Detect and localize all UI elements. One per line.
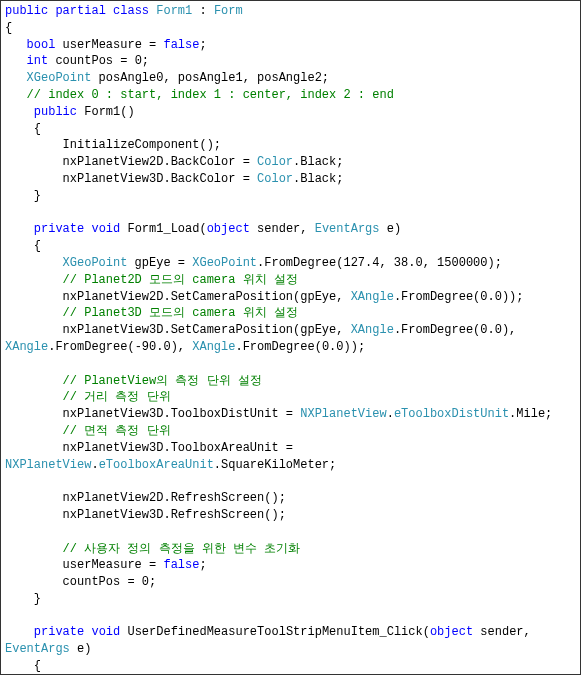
code-line: }: [5, 188, 576, 205]
code-token: .FromDegree(-90.0),: [48, 340, 192, 354]
code-line: bool userMeasure = false;: [5, 37, 576, 54]
code-token: .Mile;: [509, 407, 552, 421]
code-line: XGeoPoint gpEye = XGeoPoint.FromDegree(1…: [5, 255, 576, 272]
code-token: nxPlanetView3D.BackColor =: [5, 172, 257, 186]
code-token: InitializeComponent();: [5, 138, 221, 152]
code-token: object: [207, 222, 250, 236]
code-token: .: [91, 458, 98, 472]
code-line: private void Form1_Load(object sender, E…: [5, 221, 576, 238]
code-token: userMeasure =: [55, 38, 163, 52]
code-line: countPos = 0;: [5, 574, 576, 591]
code-token: :: [192, 4, 214, 18]
code-token: posAngle0, posAngle1, posAngle2;: [91, 71, 329, 85]
code-token: // index 0 : start, index 1 : center, in…: [27, 88, 394, 102]
code-line: nxPlanetView2D.BackColor = Color.Black;: [5, 154, 576, 171]
code-token: .Black;: [293, 155, 343, 169]
code-token: [5, 273, 63, 287]
code-token: private: [34, 625, 84, 639]
code-token: .FromDegree(0.0),: [394, 323, 524, 337]
code-token: {: [5, 659, 41, 673]
code-token: Color: [257, 172, 293, 186]
code-token: {: [5, 122, 41, 136]
code-token: }: [5, 592, 41, 606]
code-token: [5, 222, 34, 236]
code-token: [5, 542, 63, 556]
code-token: e): [380, 222, 402, 236]
code-token: ;: [199, 38, 206, 52]
code-token: int: [27, 54, 49, 68]
code-token: XAngle: [5, 340, 48, 354]
code-line: nxPlanetView2D.SetCameraPosition(gpEye, …: [5, 289, 576, 306]
code-line: {: [5, 121, 576, 138]
code-token: EventArgs: [5, 642, 70, 656]
code-token: countPos = 0;: [48, 54, 149, 68]
code-token: XAngle: [192, 340, 235, 354]
code-token: nxPlanetView3D.ToolboxDistUnit =: [5, 407, 300, 421]
code-line: [5, 205, 576, 222]
code-token: gpEye =: [127, 256, 192, 270]
code-line: nxPlanetView3D.ToolboxAreaUnit = NXPlane…: [5, 440, 576, 474]
code-token: public: [5, 4, 48, 18]
code-token: // 면적 측정 단위: [63, 424, 171, 438]
code-token: XAngle: [351, 323, 394, 337]
code-token: [5, 256, 63, 270]
code-line: [5, 356, 576, 373]
code-token: e): [70, 642, 92, 656]
code-token: false: [163, 38, 199, 52]
code-token: }: [5, 189, 41, 203]
code-token: false: [163, 558, 199, 572]
code-line: {: [5, 658, 576, 675]
code-token: NXPlanetView: [5, 458, 91, 472]
code-token: countPos = 0;: [5, 575, 156, 589]
code-token: .FromDegree(127.4, 38.0, 1500000);: [257, 256, 502, 270]
code-token: [106, 4, 113, 18]
code-line: {: [5, 20, 576, 37]
code-line: nxPlanetView3D.BackColor = Color.Black;: [5, 171, 576, 188]
code-token: [5, 374, 63, 388]
code-token: sender,: [250, 222, 315, 236]
code-token: [5, 54, 27, 68]
code-line: }: [5, 591, 576, 608]
code-token: .FromDegree(0.0));: [394, 290, 524, 304]
code-token: eToolboxAreaUnit: [99, 458, 214, 472]
code-token: // Planet3D 모드의 camera 위치 설정: [63, 306, 298, 320]
code-line: int countPos = 0;: [5, 53, 576, 70]
code-line: public partial class Form1 : Form: [5, 3, 576, 20]
code-token: // 거리 측정 단위: [63, 390, 171, 404]
code-token: [5, 306, 63, 320]
code-token: NXPlanetView: [300, 407, 386, 421]
code-line: [5, 524, 576, 541]
code-token: userMeasure =: [5, 558, 163, 572]
code-token: .Black;: [293, 172, 343, 186]
code-token: .FromDegree(0.0));: [235, 340, 365, 354]
code-token: Form: [214, 4, 243, 18]
code-token: public: [34, 105, 77, 119]
code-token: Color: [257, 155, 293, 169]
code-token: nxPlanetView2D.SetCameraPosition(gpEye,: [5, 290, 351, 304]
code-token: nxPlanetView2D.BackColor =: [5, 155, 257, 169]
code-token: UserDefinedMeasureToolStripMenuItem_Clic…: [120, 625, 430, 639]
code-line: // index 0 : start, index 1 : center, in…: [5, 87, 576, 104]
code-token: EventArgs: [315, 222, 380, 236]
code-token: nxPlanetView3D.RefreshScreen();: [5, 508, 286, 522]
code-token: nxPlanetView2D.RefreshScreen();: [5, 491, 286, 505]
code-token: {: [5, 239, 41, 253]
code-block: public partial class Form1 : Form{ bool …: [0, 0, 581, 675]
code-line: // 사용자 정의 측정을 위한 변수 초기화: [5, 541, 576, 558]
code-token: // 사용자 정의 측정을 위한 변수 초기화: [63, 542, 301, 556]
code-line: // PlanetView의 측정 단위 설정: [5, 373, 576, 390]
code-token: bool: [27, 38, 56, 52]
code-token: Form1_Load(: [120, 222, 206, 236]
code-line: userMeasure = false;: [5, 557, 576, 574]
code-token: class: [113, 4, 149, 18]
code-line: // Planet2D 모드의 camera 위치 설정: [5, 272, 576, 289]
code-token: private: [34, 222, 84, 236]
code-line: nxPlanetView3D.RefreshScreen();: [5, 507, 576, 524]
code-token: [5, 71, 27, 85]
code-line: [5, 473, 576, 490]
code-line: XGeoPoint posAngle0, posAngle1, posAngle…: [5, 70, 576, 87]
code-token: Form1(): [77, 105, 135, 119]
code-token: nxPlanetView3D.SetCameraPosition(gpEye,: [5, 323, 351, 337]
code-token: sender,: [473, 625, 538, 639]
code-line: // 면적 측정 단위: [5, 423, 576, 440]
